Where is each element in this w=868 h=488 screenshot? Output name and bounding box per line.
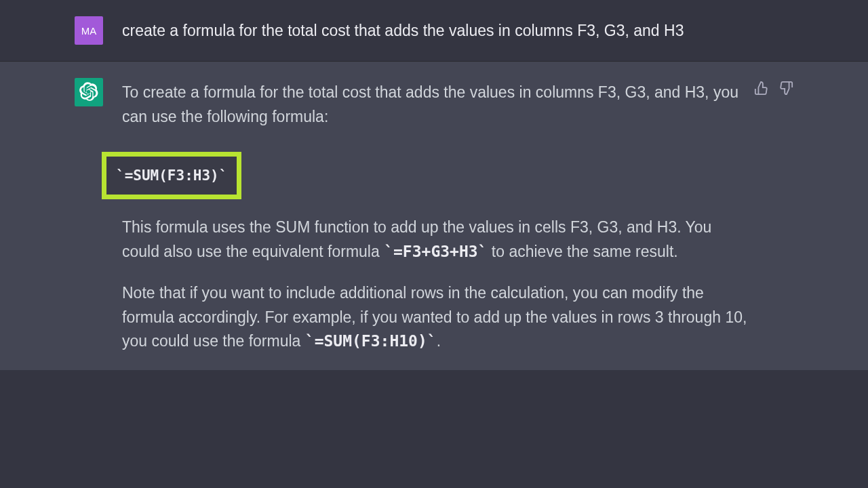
formula-highlighted-code: `=SUM(F3:H3)` bbox=[116, 167, 227, 184]
assistant-note-paragraph: Note that if you want to include additio… bbox=[122, 281, 753, 354]
formula-inline-2: `=SUM(F3:H10)` bbox=[305, 332, 437, 350]
explain-suffix-text: to achieve the same result. bbox=[487, 243, 677, 260]
user-avatar: MA bbox=[75, 16, 103, 45]
assistant-message-row: To create a formula for the total cost t… bbox=[0, 62, 868, 370]
user-prompt-text: create a formula for the total cost that… bbox=[122, 16, 793, 45]
assistant-explain-paragraph: This formula uses the SUM function to ad… bbox=[122, 216, 753, 264]
user-message-row: MA create a formula for the total cost t… bbox=[0, 0, 868, 62]
thumbs-up-icon[interactable] bbox=[754, 81, 769, 98]
feedback-buttons bbox=[754, 81, 793, 98]
assistant-intro-text: To create a formula for the total cost t… bbox=[122, 81, 753, 129]
assistant-content: To create a formula for the total cost t… bbox=[122, 78, 793, 354]
openai-logo-icon bbox=[79, 82, 98, 103]
user-message-inner: MA create a formula for the total cost t… bbox=[61, 16, 807, 45]
formula-highlight-box: `=SUM(F3:H3)` bbox=[102, 152, 241, 199]
user-avatar-initials: MA bbox=[81, 25, 97, 37]
note-suffix-text: . bbox=[437, 332, 441, 350]
assistant-avatar bbox=[75, 78, 103, 106]
formula-inline-1: `=F3+G3+H3` bbox=[384, 243, 487, 260]
thumbs-down-icon[interactable] bbox=[778, 81, 793, 98]
assistant-message-inner: To create a formula for the total cost t… bbox=[61, 78, 807, 354]
